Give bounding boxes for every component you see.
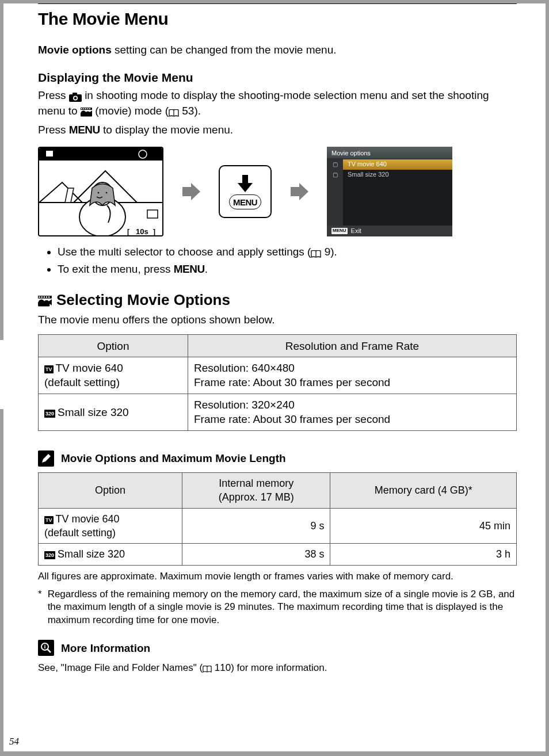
tv-icon: TV (44, 365, 54, 373)
page-title: The Movie Menu (38, 7, 517, 31)
size320-icon: 320 (44, 551, 55, 559)
tv-icon: TV (44, 516, 54, 524)
svg-rect-43 (44, 646, 45, 648)
svg-rect-32 (39, 296, 40, 297)
svg-point-38 (39, 300, 45, 306)
note-heading-maxlength: Movie Options and Maximum Movie Length (38, 450, 517, 467)
size320-icon: 320 (44, 410, 55, 418)
lcd-sidebar: ▢ ▢ (327, 158, 343, 226)
td-int-tv640: 9 s (182, 508, 330, 544)
options-table: Option Resolution and Frame Rate TVTV mo… (38, 334, 517, 431)
menu-key-glyph: MENU (174, 263, 205, 275)
title-rule: The Movie Menu (38, 3, 517, 31)
lcd-option: Small size 320 (343, 170, 452, 180)
page-number: 54 (9, 735, 19, 749)
th-option: Option (39, 473, 182, 509)
movie-mode-icon (81, 104, 92, 119)
p-press-menu: Press MENU to display the movie menu. (38, 123, 517, 138)
lcd-footer-menu-icon: MENU (331, 228, 348, 234)
svg-rect-6 (83, 108, 84, 109)
diagram-sequence: [ 10s ] MENU Movie options ▢ ▢ TV movie … (38, 147, 517, 236)
menu-key-glyph: MENU (69, 124, 100, 136)
lcd-footer: MENU Exit (327, 226, 452, 236)
footnote: * Regardless of the remaining memory on … (38, 588, 517, 628)
svg-rect-19 (46, 151, 53, 156)
camera-preview-illustration: [ 10s ] (38, 147, 163, 236)
td-card-320: 3 h (330, 544, 517, 565)
intro-paragraph: Movie options setting can be changed fro… (38, 43, 517, 58)
svg-rect-35 (46, 296, 47, 297)
th-resolution: Resolution and Frame Rate (188, 334, 517, 357)
bullet-item: Use the multi selector to choose and app… (58, 245, 517, 260)
svg-rect-8 (87, 108, 88, 109)
movie-mode-icon (38, 290, 52, 310)
svg-point-39 (44, 300, 49, 306)
bullet-list: Use the multi selector to choose and app… (38, 245, 517, 276)
td-option-tv640: TVTV movie 640 (default setting) (39, 508, 182, 544)
svg-text:[: [ (127, 228, 129, 236)
note-pencil-icon (38, 450, 54, 467)
intro-bold: Movie options (38, 44, 112, 56)
p-moreinfo: See, "Image File and Folder Names" ( 110… (38, 662, 517, 675)
menu-oval-label: MENU (229, 194, 261, 209)
section-heading-display: Displaying the Movie Menu (38, 70, 517, 86)
svg-rect-7 (85, 108, 86, 109)
td-res-320: Resolution: 320×240 Frame rate: About 30… (188, 394, 517, 430)
p-approx: All figures are approximate. Maximum mov… (38, 570, 517, 583)
svg-point-24 (98, 192, 100, 193)
arrow-down-icon (235, 174, 255, 194)
svg-rect-18 (39, 148, 163, 161)
svg-rect-34 (44, 296, 45, 297)
note-heading-moreinfo: More Information (38, 640, 517, 656)
svg-rect-1 (73, 93, 77, 95)
asterisk: * (38, 588, 42, 628)
svg-rect-36 (48, 296, 49, 297)
svg-line-41 (47, 649, 51, 652)
arrow-right-icon (289, 181, 310, 202)
svg-point-25 (106, 192, 108, 193)
th-option: Option (39, 334, 188, 357)
lcd-title: Movie options (327, 147, 452, 159)
svg-point-3 (74, 97, 77, 100)
lcd-footer-exit: Exit (351, 227, 361, 235)
svg-text:]: ] (153, 228, 155, 236)
book-ref-icon (169, 104, 179, 119)
p-options-intro: The movie menu offers the options shown … (38, 312, 517, 327)
section-tab (0, 340, 3, 409)
lcd-tv-icon: ▢ (329, 161, 341, 169)
td-int-320: 38 s (182, 544, 330, 565)
svg-point-15 (85, 112, 90, 116)
lcd-menu-illustration: Movie options ▢ ▢ TV movie 640 Small siz… (327, 147, 452, 236)
th-internal: Internal memory (Approx. 17 MB) (182, 473, 330, 509)
note-info-icon (38, 640, 54, 656)
td-card-tv640: 45 min (330, 508, 517, 544)
camera-icon (69, 89, 82, 104)
th-card: Memory card (4 GB)* (330, 473, 517, 509)
svg-rect-33 (41, 296, 42, 297)
lcd-320-icon: ▢ (329, 171, 341, 179)
arrow-right-icon (181, 181, 201, 202)
menu-button-illustration: MENU (219, 165, 272, 218)
td-option-tv640: TVTV movie 640 (default setting) (39, 357, 188, 394)
svg-point-42 (44, 645, 45, 646)
svg-rect-5 (81, 108, 82, 109)
book-ref-icon (203, 662, 212, 675)
lcd-option-selected: TV movie 640 (343, 159, 452, 170)
intro-rest: setting can be changed from the movie me… (112, 44, 337, 56)
p-press-camera: Press in shooting mode to display the sh… (38, 88, 517, 119)
section-heading-selecting: Selecting Movie Options (38, 290, 517, 310)
book-ref-icon (311, 245, 321, 260)
page: Movies The Movie Menu Movie options sett… (3, 3, 546, 751)
svg-rect-9 (89, 108, 90, 109)
svg-point-14 (81, 111, 86, 116)
td-option-320: 320Small size 320 (39, 394, 188, 430)
td-res-tv640: Resolution: 640×480 Frame rate: About 30… (188, 357, 517, 394)
length-table: Option Internal memory (Approx. 17 MB) M… (38, 472, 517, 565)
bullet-item: To exit the menu, press MENU. (58, 262, 517, 277)
svg-text:10s: 10s (136, 227, 148, 236)
td-option-320: 320Small size 320 (39, 544, 182, 565)
